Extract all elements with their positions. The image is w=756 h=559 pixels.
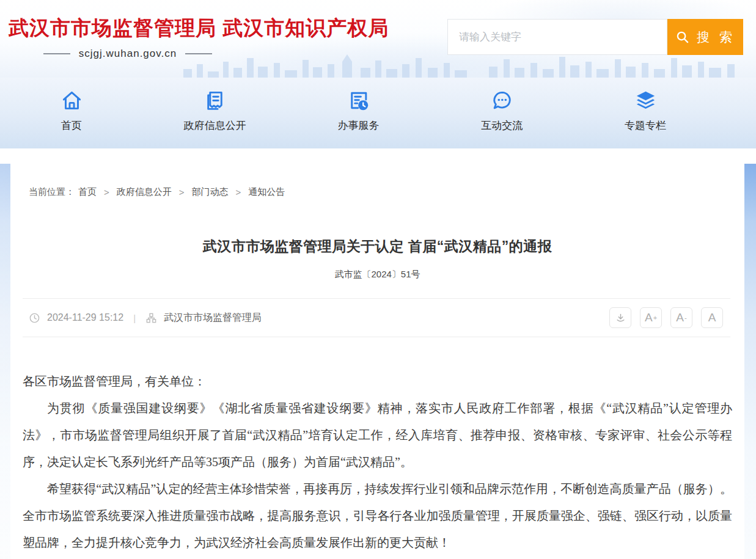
article-paragraph: 为贯彻《质量强国建设纲要》《湖北省质量强省建设纲要》精神，落实市人民政府工作部署… bbox=[23, 395, 732, 475]
sitemap-icon bbox=[145, 312, 157, 324]
breadcrumb-item-gov-info[interactable]: 政府信息公开 bbox=[117, 186, 172, 198]
search-button-label: 搜 索 bbox=[697, 29, 735, 46]
search-input[interactable] bbox=[447, 19, 667, 55]
article-toolbar: A+ A- A bbox=[609, 307, 723, 328]
domain-dash-left bbox=[43, 53, 70, 54]
breadcrumb-item-home[interactable]: 首页 bbox=[78, 186, 97, 198]
article-title: 武汉市市场监督管理局关于认定 首届“武汉精品”的通报 bbox=[10, 237, 744, 256]
article-paragraph: 各区市场监督管理局，有关单位： bbox=[23, 368, 732, 395]
font-reset-button[interactable]: A bbox=[701, 307, 723, 328]
download-button[interactable] bbox=[609, 307, 631, 328]
clock-icon bbox=[29, 312, 40, 324]
site-logo: 武汉市市场监督管理局 武汉市知识产权局 scjgj.wuhan.gov.cn bbox=[9, 15, 389, 60]
breadcrumb-separator: > bbox=[179, 187, 185, 197]
search-button[interactable]: 搜 索 bbox=[667, 19, 743, 55]
search-bar: 搜 索 bbox=[447, 19, 743, 55]
article-paragraph: 希望获得“武汉精品”认定的经营主体珍惜荣誉，再接再厉，持续发挥行业引领和品牌示范… bbox=[23, 475, 732, 556]
font-larger-button[interactable]: A+ bbox=[640, 307, 662, 328]
article-doc-number: 武市监〔2024〕51号 bbox=[10, 269, 744, 280]
domain-dash-right bbox=[185, 53, 212, 54]
nav-label-home: 首页 bbox=[61, 119, 82, 133]
nav-label-gov-info: 政府信息公开 bbox=[184, 119, 246, 133]
nav-item-topics[interactable]: 专题专栏 bbox=[609, 89, 682, 133]
font-larger-label: A bbox=[645, 311, 653, 324]
page-background: 当前位置： 首页 > 政府信息公开 > 部门动态 > 通知公告 武汉市市场监督管… bbox=[0, 164, 756, 559]
home-icon bbox=[61, 89, 83, 112]
site-header: 武汉市市场监督管理局 武汉市知识产权局 scjgj.wuhan.gov.cn 搜… bbox=[0, 0, 756, 78]
nav-label-services: 办事服务 bbox=[338, 119, 380, 133]
breadcrumb: 当前位置： 首页 > 政府信息公开 > 部门动态 > 通知公告 bbox=[10, 164, 744, 198]
chat-bubble-icon bbox=[491, 89, 513, 112]
nav-item-gov-info[interactable]: 政府信息公开 bbox=[178, 89, 252, 133]
article-source: 武汉市市场监督管理局 bbox=[164, 312, 262, 324]
article-body: 各区市场监督管理局，有关单位： 为贯彻《质量强国建设纲要》《湖北省质量强省建设纲… bbox=[23, 368, 732, 556]
breadcrumb-label: 当前位置： bbox=[29, 186, 75, 198]
article-meta-bar: 2024-11-29 15:12 | 武汉市市场监督管理局 A+ A- A bbox=[23, 298, 730, 337]
site-title: 武汉市市场监督管理局 武汉市知识产权局 bbox=[9, 15, 389, 42]
article-meta-info: 2024-11-29 15:12 | 武汉市市场监督管理局 bbox=[29, 312, 262, 324]
meta-separator: | bbox=[133, 313, 136, 323]
font-reset-label: A bbox=[708, 311, 716, 324]
breadcrumb-separator: > bbox=[104, 187, 109, 197]
magnifier-icon bbox=[675, 30, 689, 44]
nav-item-services[interactable]: 办事服务 bbox=[322, 89, 395, 133]
font-smaller-label: A bbox=[676, 311, 684, 324]
site-domain: scjgj.wuhan.gov.cn bbox=[79, 48, 177, 60]
nav-item-interact[interactable]: 互动交流 bbox=[465, 89, 538, 133]
document-clock-icon bbox=[347, 89, 370, 112]
content-card: 当前位置： 首页 > 政府信息公开 > 部门动态 > 通知公告 武汉市市场监督管… bbox=[10, 164, 744, 559]
font-smaller-button[interactable]: A- bbox=[670, 307, 692, 328]
breadcrumb-item-dept-news[interactable]: 部门动态 bbox=[192, 186, 229, 198]
main-nav: 首页 政府信息公开 办事服务 bbox=[0, 78, 756, 148]
layers-icon bbox=[634, 89, 657, 112]
nav-label-topics: 专题专栏 bbox=[625, 119, 666, 133]
breadcrumb-item-notices[interactable]: 通知公告 bbox=[248, 186, 285, 198]
nav-item-home[interactable]: 首页 bbox=[35, 89, 108, 133]
download-icon bbox=[615, 313, 626, 323]
site-domain-row: scjgj.wuhan.gov.cn bbox=[9, 48, 247, 60]
nav-label-interact: 互动交流 bbox=[481, 119, 523, 133]
breadcrumb-separator: > bbox=[236, 187, 241, 197]
gov-info-document-icon bbox=[204, 89, 226, 112]
publish-date: 2024-11-29 15:12 bbox=[47, 312, 123, 323]
